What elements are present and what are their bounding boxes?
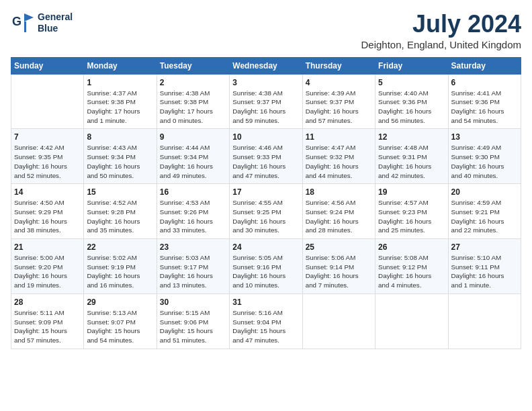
day-number: 4 — [306, 78, 372, 87]
day-number: 9 — [160, 132, 226, 142]
calendar-day-cell: 7Sunrise: 4:42 AM Sunset: 9:35 PM Daylig… — [11, 129, 84, 184]
day-info: Sunrise: 4:38 AM Sunset: 9:38 PM Dayligh… — [160, 89, 226, 126]
calendar-day-cell — [11, 74, 84, 129]
day-number: 12 — [378, 132, 445, 142]
day-info: Sunrise: 4:55 AM Sunset: 9:25 PM Dayligh… — [232, 198, 299, 235]
day-number: 29 — [87, 298, 153, 307]
day-number: 31 — [232, 298, 299, 307]
day-info: Sunrise: 5:03 AM Sunset: 9:17 PM Dayligh… — [160, 253, 226, 290]
day-info: Sunrise: 4:48 AM Sunset: 9:31 PM Dayligh… — [378, 143, 445, 180]
day-number: 17 — [232, 187, 299, 197]
calendar-day-cell: 8Sunrise: 4:43 AM Sunset: 9:34 PM Daylig… — [84, 129, 157, 184]
day-info: Sunrise: 5:10 AM Sunset: 9:11 PM Dayligh… — [451, 253, 518, 290]
svg-rect-3 — [24, 21, 26, 32]
day-number: 8 — [87, 132, 153, 142]
day-number: 24 — [232, 242, 299, 252]
day-info: Sunrise: 4:42 AM Sunset: 9:35 PM Dayligh… — [14, 143, 81, 180]
day-info: Sunrise: 4:43 AM Sunset: 9:34 PM Dayligh… — [87, 143, 153, 180]
calendar-day-cell: 16Sunrise: 4:53 AM Sunset: 9:26 PM Dayli… — [157, 184, 229, 239]
day-number: 23 — [160, 242, 226, 252]
day-number: 16 — [160, 187, 226, 197]
calendar-day-cell: 3Sunrise: 4:38 AM Sunset: 9:37 PM Daylig… — [230, 74, 302, 129]
day-number: 2 — [160, 78, 226, 87]
weekday-header-cell: Tuesday — [157, 57, 229, 74]
day-info: Sunrise: 4:41 AM Sunset: 9:36 PM Dayligh… — [451, 89, 518, 126]
day-info: Sunrise: 4:37 AM Sunset: 9:38 PM Dayligh… — [87, 89, 153, 126]
calendar-day-cell: 5Sunrise: 4:40 AM Sunset: 9:36 PM Daylig… — [375, 74, 448, 129]
day-info: Sunrise: 5:06 AM Sunset: 9:14 PM Dayligh… — [306, 253, 372, 290]
day-info: Sunrise: 4:38 AM Sunset: 9:37 PM Dayligh… — [232, 89, 299, 126]
calendar-week-row: 7Sunrise: 4:42 AM Sunset: 9:35 PM Daylig… — [11, 129, 521, 184]
calendar-day-cell: 30Sunrise: 5:15 AM Sunset: 9:06 PM Dayli… — [157, 293, 229, 349]
day-number: 25 — [306, 242, 372, 252]
calendar-week-row: 21Sunrise: 5:00 AM Sunset: 9:20 PM Dayli… — [11, 239, 521, 294]
location: Deighton, England, United Kingdom — [361, 39, 522, 50]
calendar-day-cell: 1Sunrise: 4:37 AM Sunset: 9:38 PM Daylig… — [84, 74, 157, 129]
weekday-header-cell: Friday — [375, 57, 448, 74]
title-block: July 2024 Deighton, England, United King… — [361, 11, 522, 50]
day-info: Sunrise: 5:02 AM Sunset: 9:19 PM Dayligh… — [87, 253, 153, 290]
day-number: 15 — [87, 187, 153, 197]
calendar-day-cell: 13Sunrise: 4:49 AM Sunset: 9:30 PM Dayli… — [448, 129, 521, 184]
day-info: Sunrise: 4:44 AM Sunset: 9:34 PM Dayligh… — [160, 143, 226, 180]
day-info: Sunrise: 4:57 AM Sunset: 9:23 PM Dayligh… — [378, 198, 445, 235]
calendar-day-cell: 29Sunrise: 5:13 AM Sunset: 9:07 PM Dayli… — [84, 293, 157, 349]
weekday-header-cell: Wednesday — [230, 57, 302, 74]
calendar-day-cell: 12Sunrise: 4:48 AM Sunset: 9:31 PM Dayli… — [375, 129, 448, 184]
weekday-header-cell: Saturday — [448, 57, 521, 74]
day-info: Sunrise: 4:49 AM Sunset: 9:30 PM Dayligh… — [451, 143, 518, 180]
calendar-day-cell — [375, 293, 448, 349]
day-info: Sunrise: 4:47 AM Sunset: 9:32 PM Dayligh… — [306, 143, 372, 180]
day-number: 3 — [232, 78, 299, 87]
calendar-day-cell: 24Sunrise: 5:05 AM Sunset: 9:16 PM Dayli… — [230, 239, 302, 294]
calendar-day-cell: 17Sunrise: 4:55 AM Sunset: 9:25 PM Dayli… — [230, 184, 302, 239]
day-number: 18 — [306, 187, 372, 197]
calendar-day-cell: 31Sunrise: 5:16 AM Sunset: 9:04 PM Dayli… — [230, 293, 302, 349]
calendar-day-cell: 28Sunrise: 5:11 AM Sunset: 9:09 PM Dayli… — [11, 293, 84, 349]
calendar-week-row: 14Sunrise: 4:50 AM Sunset: 9:29 PM Dayli… — [11, 184, 521, 239]
day-number: 21 — [14, 242, 81, 252]
weekday-header-cell: Monday — [84, 57, 157, 74]
calendar-week-row: 28Sunrise: 5:11 AM Sunset: 9:09 PM Dayli… — [11, 293, 521, 349]
calendar-day-cell: 21Sunrise: 5:00 AM Sunset: 9:20 PM Dayli… — [11, 239, 84, 294]
day-info: Sunrise: 4:40 AM Sunset: 9:36 PM Dayligh… — [378, 89, 445, 126]
day-number: 5 — [378, 78, 445, 87]
day-number: 14 — [14, 187, 81, 197]
calendar-header: SundayMondayTuesdayWednesdayThursdayFrid… — [11, 57, 521, 74]
calendar-day-cell: 11Sunrise: 4:47 AM Sunset: 9:32 PM Dayli… — [302, 129, 375, 184]
day-number: 13 — [451, 132, 518, 142]
day-number: 22 — [87, 242, 153, 252]
weekday-header-cell: Thursday — [302, 57, 375, 74]
calendar-day-cell: 15Sunrise: 4:52 AM Sunset: 9:28 PM Dayli… — [84, 184, 157, 239]
header: G General Blue July 2024 Deighton, Engla… — [11, 11, 521, 50]
day-info: Sunrise: 4:50 AM Sunset: 9:29 PM Dayligh… — [14, 198, 81, 235]
calendar-day-cell: 18Sunrise: 4:56 AM Sunset: 9:24 PM Dayli… — [302, 184, 375, 239]
calendar-table: SundayMondayTuesdayWednesdayThursdayFrid… — [11, 57, 521, 349]
weekday-header-row: SundayMondayTuesdayWednesdayThursdayFrid… — [11, 57, 521, 74]
day-number: 20 — [451, 187, 518, 197]
calendar-day-cell: 23Sunrise: 5:03 AM Sunset: 9:17 PM Dayli… — [157, 239, 229, 294]
day-info: Sunrise: 4:59 AM Sunset: 9:21 PM Dayligh… — [451, 198, 518, 235]
day-number: 27 — [451, 242, 518, 252]
calendar-day-cell: 14Sunrise: 4:50 AM Sunset: 9:29 PM Dayli… — [11, 184, 84, 239]
calendar-day-cell: 22Sunrise: 5:02 AM Sunset: 9:19 PM Dayli… — [84, 239, 157, 294]
calendar-day-cell: 9Sunrise: 4:44 AM Sunset: 9:34 PM Daylig… — [157, 129, 229, 184]
day-number: 30 — [160, 298, 226, 307]
day-info: Sunrise: 5:13 AM Sunset: 9:07 PM Dayligh… — [87, 308, 153, 345]
calendar-day-cell — [448, 293, 521, 349]
calendar-day-cell: 20Sunrise: 4:59 AM Sunset: 9:21 PM Dayli… — [448, 184, 521, 239]
calendar-day-cell: 25Sunrise: 5:06 AM Sunset: 9:14 PM Dayli… — [302, 239, 375, 294]
day-info: Sunrise: 4:56 AM Sunset: 9:24 PM Dayligh… — [306, 198, 372, 235]
day-info: Sunrise: 5:05 AM Sunset: 9:16 PM Dayligh… — [232, 253, 299, 290]
day-info: Sunrise: 4:52 AM Sunset: 9:28 PM Dayligh… — [87, 198, 153, 235]
logo-text: General Blue — [38, 11, 73, 34]
day-info: Sunrise: 5:15 AM Sunset: 9:06 PM Dayligh… — [160, 308, 226, 345]
day-number: 19 — [378, 187, 445, 197]
logo: G General Blue — [11, 11, 73, 35]
calendar-body: 1Sunrise: 4:37 AM Sunset: 9:38 PM Daylig… — [11, 74, 521, 349]
calendar-day-cell: 6Sunrise: 4:41 AM Sunset: 9:36 PM Daylig… — [448, 74, 521, 129]
day-number: 26 — [378, 242, 445, 252]
day-info: Sunrise: 5:16 AM Sunset: 9:04 PM Dayligh… — [232, 308, 299, 345]
day-info: Sunrise: 5:00 AM Sunset: 9:20 PM Dayligh… — [14, 253, 81, 290]
calendar-day-cell: 2Sunrise: 4:38 AM Sunset: 9:38 PM Daylig… — [157, 74, 229, 129]
